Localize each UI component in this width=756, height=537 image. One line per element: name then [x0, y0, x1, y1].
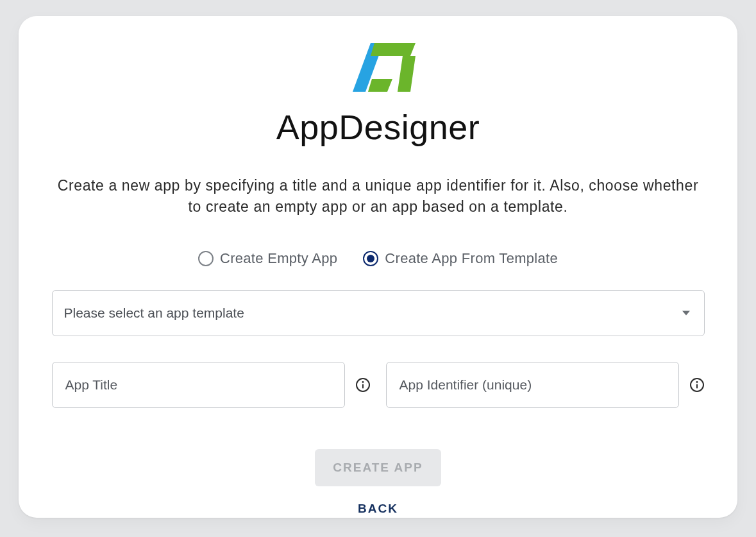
svg-rect-9: [696, 384, 698, 388]
brand-block: AppDesigner: [276, 35, 480, 144]
create-app-card: AppDesigner Create a new app by specifyi…: [19, 16, 737, 518]
radio-icon: [198, 251, 214, 266]
svg-point-5: [362, 381, 364, 383]
app-identifier-input[interactable]: [398, 377, 667, 393]
svg-rect-6: [362, 384, 364, 388]
app-identifier-field-group: [386, 362, 705, 408]
app-fields-row: [52, 362, 705, 408]
radio-label: Create Empty App: [220, 250, 337, 267]
brand-name: AppDesigner: [276, 108, 480, 146]
template-select-placeholder: Please select an app template: [64, 305, 244, 321]
brand-wordmark: AppDesigner: [276, 110, 480, 144]
app-title-field[interactable]: [52, 362, 345, 408]
svg-marker-1: [371, 43, 416, 56]
intro-text: Create a new app by specifying a title a…: [57, 175, 699, 218]
brand-logo-icon: [333, 35, 423, 106]
back-button[interactable]: BACK: [358, 502, 398, 516]
svg-marker-2: [398, 56, 416, 92]
app-identifier-field[interactable]: [386, 362, 679, 408]
radio-icon: [363, 251, 378, 266]
app-title-input[interactable]: [64, 377, 333, 393]
radio-create-from-template[interactable]: Create App From Template: [363, 250, 558, 267]
info-icon[interactable]: [689, 377, 705, 393]
template-select-row: Please select an app template: [52, 290, 705, 336]
template-select[interactable]: Please select an app template: [52, 290, 705, 336]
actions-block: CREATE APP BACK: [315, 449, 441, 516]
radio-label: Create App From Template: [385, 250, 558, 267]
caret-down-icon: [682, 311, 690, 315]
svg-point-8: [696, 381, 698, 383]
svg-marker-3: [368, 79, 392, 92]
app-title-field-group: [52, 362, 371, 408]
creation-mode-radio-group: Create Empty App Create App From Templat…: [57, 250, 699, 267]
radio-create-empty[interactable]: Create Empty App: [198, 250, 337, 267]
info-icon[interactable]: [355, 377, 371, 393]
create-app-button[interactable]: CREATE APP: [315, 449, 441, 486]
